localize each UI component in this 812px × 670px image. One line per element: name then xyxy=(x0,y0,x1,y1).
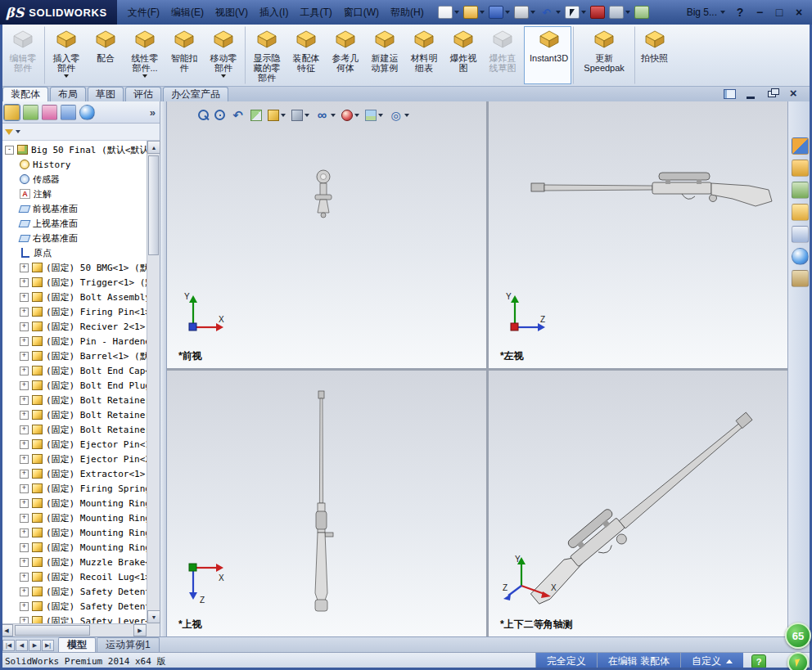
dropdown-caret-icon[interactable] xyxy=(142,74,147,78)
ribbon-button[interactable]: 智能扣件 xyxy=(165,26,204,84)
scroll-right-arrow[interactable] xyxy=(133,624,147,636)
tree-expander[interactable] xyxy=(20,455,29,464)
tree-item[interactable]: History xyxy=(0,157,147,172)
dropdown-caret-icon[interactable] xyxy=(556,11,561,14)
dropdown-caret-icon[interactable] xyxy=(480,11,485,14)
ribbon-button[interactable]: 爆炸直线草图 xyxy=(483,26,522,84)
tree-expander[interactable] xyxy=(20,602,29,611)
propertymanager-icon[interactable] xyxy=(23,105,38,120)
ribbon-button[interactable]: 更新 Speedpak xyxy=(573,26,633,84)
help-button[interactable]: ? xyxy=(730,4,750,20)
ribbon-button[interactable]: 显示隐藏的零部件 xyxy=(245,26,286,84)
tree-item[interactable]: (固定) Mounting Ring Bo xyxy=(0,496,147,510)
displaymanager-icon[interactable] xyxy=(79,105,95,120)
quick-toolbar-button[interactable] xyxy=(487,5,512,20)
tab-nav-button[interactable]: ▶| xyxy=(42,640,54,651)
task-pane-view-palette-icon[interactable] xyxy=(792,204,809,221)
ribbon-button[interactable]: 材料明细表 xyxy=(404,26,444,84)
scrollbar-thumb[interactable] xyxy=(148,155,159,255)
viewport-left[interactable]: Y Z *左视 xyxy=(489,101,787,368)
viewport-pane-icon[interactable] xyxy=(722,88,737,100)
dropdown-caret-icon[interactable] xyxy=(354,114,359,117)
tree-expander[interactable] xyxy=(20,396,29,405)
command-tab[interactable]: 装配体 xyxy=(2,87,48,101)
tree-expander[interactable] xyxy=(20,411,29,420)
viewport-minimize-icon[interactable] xyxy=(743,88,758,100)
ribbon-button[interactable]: 移动零部件 xyxy=(204,26,243,84)
ribbon-button[interactable]: 新建运动算例 xyxy=(365,26,404,84)
tree-item[interactable]: (固定) Bolt End Cap<1> xyxy=(0,363,147,378)
dropdown-caret-icon[interactable] xyxy=(454,11,459,14)
tree-item[interactable]: 注解 xyxy=(0,187,147,201)
ribbon-button[interactable]: 线性零部件... xyxy=(125,26,165,84)
command-tab[interactable]: 评估 xyxy=(125,87,161,101)
tree-item[interactable]: (固定) 50 BMG<1> (默认< xyxy=(0,260,147,275)
menu-item[interactable]: 插入(I) xyxy=(254,4,294,21)
document-title-caret-icon[interactable] xyxy=(720,11,725,14)
tree-item[interactable]: (固定) Bolt Retainer Pl xyxy=(0,422,147,437)
hud-toolbar-button[interactable] xyxy=(231,108,245,122)
tree-item[interactable]: (固定) Ejector Pin<1> ( xyxy=(0,437,147,452)
tree-item[interactable]: (固定) Bolt Retainer Pi xyxy=(0,407,147,422)
dropdown-caret-icon[interactable] xyxy=(221,74,226,78)
viewport-front[interactable]: Y X *前视 xyxy=(167,101,486,368)
tree-expander[interactable] xyxy=(20,425,29,434)
study-tab[interactable]: 运动算例1 xyxy=(97,637,160,652)
filter-caret-icon[interactable] xyxy=(16,130,20,133)
dropdown-caret-icon[interactable] xyxy=(404,114,409,117)
scrollbar-thumb[interactable] xyxy=(15,625,90,636)
task-pane-custom-properties-icon[interactable] xyxy=(792,270,809,287)
tree-expander[interactable] xyxy=(20,278,29,287)
tree-expander[interactable] xyxy=(5,146,14,155)
task-pane-scenes-icon[interactable] xyxy=(792,248,809,265)
tree-item[interactable]: (固定) Muzzle Brake<1> xyxy=(0,555,147,569)
tree-expander[interactable] xyxy=(20,337,29,346)
dropdown-caret-icon[interactable] xyxy=(281,114,286,117)
quick-toolbar-button[interactable] xyxy=(512,5,537,20)
viewport-isometric[interactable]: Y X Z *上下二等角轴测 xyxy=(489,371,787,636)
tree-expander[interactable] xyxy=(20,484,29,493)
ribbon-button[interactable]: 拍快照 xyxy=(634,26,672,84)
command-tab[interactable]: 办公室产品 xyxy=(163,87,228,101)
tree-item[interactable]: (固定) Extractor<1> (默 xyxy=(0,466,147,481)
quick-toolbar-button[interactable] xyxy=(633,5,651,20)
quick-toolbar-button[interactable] xyxy=(607,5,632,20)
tree-expander[interactable] xyxy=(20,573,29,582)
tree-expander[interactable] xyxy=(20,499,29,508)
featuremanager-tree-icon[interactable] xyxy=(4,105,20,120)
hud-toolbar-button[interactable] xyxy=(315,108,336,122)
tree-item[interactable]: (固定) Recoil Lug<1> (默 xyxy=(0,569,147,584)
tree-expander[interactable] xyxy=(20,558,29,567)
tree-item[interactable]: (固定) Ejector Pin<2> xyxy=(0,452,147,466)
tree-item[interactable]: (固定) Mounting Ring To xyxy=(0,525,147,540)
task-pane-file-explorer-icon[interactable] xyxy=(792,182,809,199)
tree-item[interactable]: (固定) Safety Detent<2> xyxy=(0,599,147,614)
tree-expander[interactable] xyxy=(20,440,29,449)
dropdown-caret-icon[interactable] xyxy=(581,11,586,14)
configurationmanager-icon[interactable] xyxy=(42,105,57,120)
tab-nav-button[interactable]: |◀ xyxy=(2,640,15,651)
tree-item[interactable]: 右视基准面 xyxy=(0,231,147,245)
quick-toolbar-button[interactable] xyxy=(462,5,486,20)
study-tab[interactable]: 模型 xyxy=(58,637,96,652)
tree-item[interactable]: (固定) Bolt End Plug<1> xyxy=(0,378,147,393)
tree-item[interactable]: 传感器 xyxy=(0,172,147,187)
quick-toolbar-button[interactable] xyxy=(436,5,461,20)
viewport-top[interactable]: X Z *上视 xyxy=(167,371,486,636)
menu-item[interactable]: 工具(T) xyxy=(294,4,337,21)
menu-item[interactable]: 帮助(H) xyxy=(385,4,430,21)
quick-toolbar-button[interactable] xyxy=(589,5,607,20)
ribbon-button[interactable]: 配合 xyxy=(86,26,125,84)
task-pane-appearances-icon[interactable] xyxy=(792,226,809,243)
tree-item[interactable]: (固定) Safety Lever<1> xyxy=(0,614,147,623)
viewport-horizontal-splitter[interactable] xyxy=(167,368,787,371)
tree-item[interactable]: (固定) Firing Spring Re xyxy=(0,481,147,496)
dropdown-caret-icon[interactable] xyxy=(625,11,630,14)
menu-item[interactable]: 视图(V) xyxy=(210,4,254,21)
tree-horizontal-scrollbar[interactable] xyxy=(0,623,147,636)
hud-toolbar-button[interactable] xyxy=(214,110,225,120)
tree-item[interactable]: 上视基准面 xyxy=(0,216,147,231)
tree-item[interactable]: (固定) Mounting Ring Bo xyxy=(0,510,147,525)
tree-vertical-scrollbar[interactable] xyxy=(147,141,160,623)
tree-item[interactable]: (固定) Bolt Retainer Kn xyxy=(0,393,147,407)
